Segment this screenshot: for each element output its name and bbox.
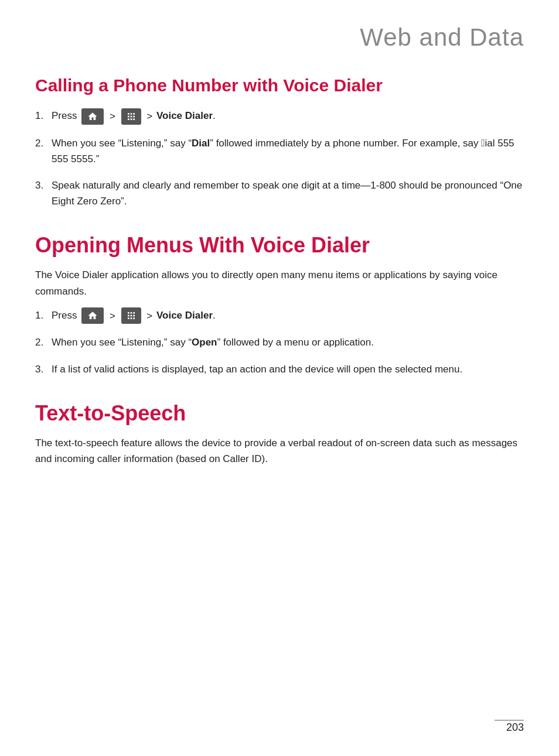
svg-rect-3	[128, 115, 129, 117]
section-calling-voice-dialer: Calling a Phone Number with Voice Dialer…	[35, 75, 524, 209]
svg-rect-15	[128, 318, 129, 320]
section2-item1: 1. Press > > Voice Diale	[35, 307, 524, 324]
page-container: Web and Data Calling a Phone Number with…	[0, 0, 559, 756]
section2-intro: The Voice Dialer application allows you …	[35, 267, 524, 299]
svg-rect-1	[130, 113, 132, 115]
svg-rect-2	[133, 113, 135, 115]
item-number: 1.	[35, 307, 52, 323]
svg-rect-0	[128, 113, 129, 115]
svg-rect-17	[133, 318, 135, 320]
svg-rect-4	[130, 115, 132, 117]
section3-body: The text-to-speech feature allows the de…	[35, 435, 524, 467]
section-opening-menus: Opening Menus With Voice Dialer The Voic…	[35, 232, 524, 377]
section1-item3: 3. Speak naturally and clearly and remem…	[35, 177, 524, 209]
section1-item1: 1. Press > > Voice Diale	[35, 108, 524, 125]
section2-item3: 3. If a list of valid actions is display…	[35, 361, 524, 377]
item-number: 3.	[35, 361, 52, 377]
voice-dialer-label1: Voice Dialer.	[156, 110, 216, 121]
svg-rect-16	[130, 318, 132, 320]
voice-dialer-label2: Voice Dialer.	[156, 310, 216, 321]
item-number: 1.	[35, 108, 52, 124]
home-button-icon2	[81, 307, 104, 324]
dial-word: Dial	[192, 138, 210, 149]
svg-rect-9	[128, 312, 129, 314]
svg-rect-7	[130, 118, 132, 120]
svg-rect-6	[128, 118, 129, 120]
svg-rect-12	[128, 315, 129, 317]
item-number: 3.	[35, 177, 52, 193]
page-title: Web and Data	[35, 23, 524, 52]
grid-button-icon2	[121, 307, 141, 324]
item-content: If a list of valid actions is displayed,…	[52, 361, 524, 377]
item-content: When you see “Listening,” say “Open” fol…	[52, 334, 524, 350]
section1-heading: Calling a Phone Number with Voice Dialer	[35, 75, 524, 96]
chevron-icon3: >	[110, 310, 118, 321]
section2-heading: Opening Menus With Voice Dialer	[35, 232, 524, 258]
svg-rect-5	[133, 115, 135, 117]
section-tts: Text-to-Speech The text-to-speech featur…	[35, 401, 524, 467]
chevron-icon: >	[110, 111, 118, 122]
page-number: 203	[506, 721, 524, 734]
item-content: Speak naturally and clearly and remember…	[52, 177, 524, 209]
chevron-icon4: >	[146, 310, 155, 321]
home-button-icon	[81, 108, 104, 125]
item-number: 2.	[35, 334, 52, 350]
svg-rect-10	[130, 312, 132, 314]
press-text2: Press	[52, 310, 80, 321]
grid-button-icon	[121, 108, 141, 125]
press-text: Press	[52, 110, 80, 121]
svg-rect-13	[130, 315, 132, 317]
item-number: 2.	[35, 135, 52, 151]
item-content: When you see “Listening,” say “Dial” fol…	[52, 135, 524, 167]
section1-item2: 2. When you see “Listening,” say “Dial” …	[35, 135, 524, 167]
page-divider	[495, 720, 524, 721]
svg-rect-11	[133, 312, 135, 314]
svg-rect-14	[133, 315, 135, 317]
section3-heading: Text-to-Speech	[35, 401, 524, 426]
chevron-icon2: >	[146, 111, 155, 122]
item-content: Press > > Voice Dialer.	[52, 108, 524, 125]
open-word: Open	[192, 337, 217, 348]
item-content: Press > > Voice Dialer.	[52, 307, 524, 324]
svg-rect-8	[133, 118, 135, 120]
section2-item2: 2. When you see “Listening,” say “Open” …	[35, 334, 524, 350]
